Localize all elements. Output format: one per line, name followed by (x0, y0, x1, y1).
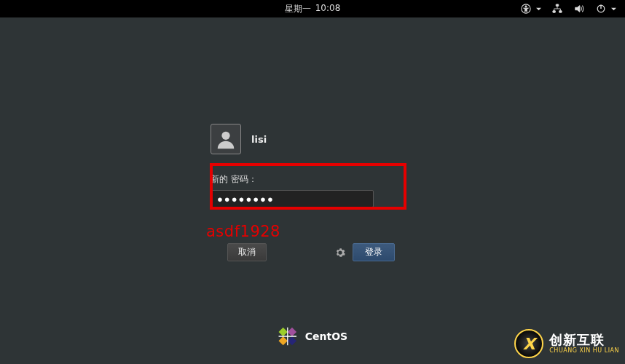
password-label: 新的 密码： (211, 173, 414, 186)
topbar-time: 10:08 (315, 3, 341, 15)
watermark-sub-text: CHUANG XIN HU LIAN (549, 348, 619, 354)
svg-rect-9 (288, 328, 296, 336)
cancel-button[interactable]: 取消 (227, 243, 267, 261)
centos-logo-icon (278, 326, 298, 347)
watermark-main-text: 创新互联 (549, 333, 619, 347)
svg-rect-3 (553, 11, 556, 13)
login-button[interactable]: 登录 (353, 243, 395, 261)
password-input[interactable] (211, 190, 374, 207)
volume-icon[interactable] (573, 3, 585, 15)
gear-icon[interactable] (335, 248, 345, 258)
power-icon[interactable] (595, 3, 607, 15)
button-row: 取消 登录 (227, 243, 395, 261)
svg-rect-10 (278, 336, 287, 345)
svg-rect-11 (288, 336, 296, 345)
svg-rect-8 (278, 328, 287, 336)
user-row: lisi (211, 124, 414, 154)
topbar-day: 星期一 (285, 3, 311, 15)
footer-brand: CentOS (278, 326, 347, 347)
watermark-icon: X (514, 329, 543, 358)
svg-point-1 (525, 6, 527, 7)
chevron-down-icon (536, 7, 541, 12)
top-bar: 星期一 10:08 (0, 0, 625, 17)
watermark: X 创新互联 CHUANG XIN HU LIAN (514, 329, 619, 358)
accessibility-icon[interactable] (520, 3, 532, 15)
svg-point-7 (221, 132, 229, 140)
chevron-down-icon (611, 7, 616, 12)
svg-rect-2 (556, 4, 559, 7)
annotation-text: asdf1928 (206, 223, 280, 240)
login-panel: lisi 新的 密码： (211, 124, 414, 207)
username-label: lisi (251, 134, 267, 145)
avatar (211, 124, 241, 154)
footer-brand-text: CentOS (305, 331, 347, 342)
svg-rect-4 (559, 11, 562, 13)
network-icon[interactable] (551, 3, 563, 15)
